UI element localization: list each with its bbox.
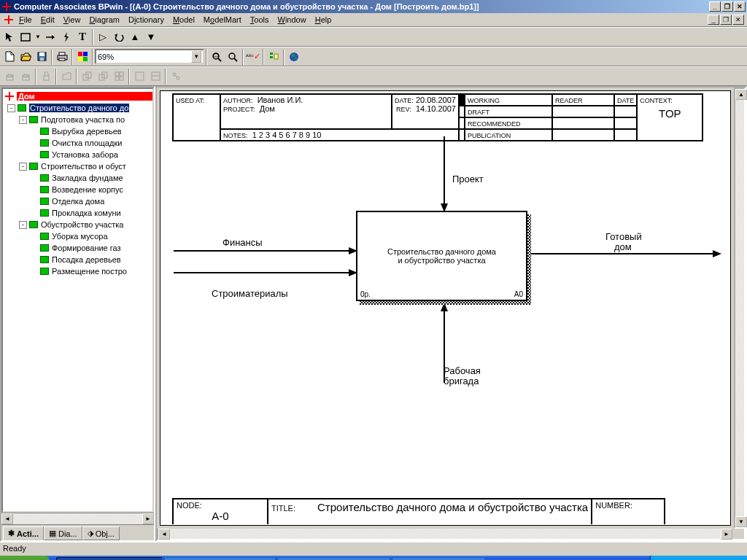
task-word2[interactable]: Wlr5 - Microsoft Word	[392, 557, 485, 560]
scroll-down-icon[interactable]: ▼	[735, 516, 747, 527]
activity-icon	[39, 150, 50, 159]
mdi-close-button[interactable]: ✕	[732, 15, 744, 25]
canvas-h-scrollbar[interactable]: ◄ ►	[157, 529, 746, 540]
text-tool[interactable]: T	[74, 29, 90, 45]
scroll-left-icon[interactable]: ◄	[1, 513, 13, 524]
canvas-v-scrollbar[interactable]: ▲ ▼	[734, 88, 746, 529]
colors-button[interactable]	[74, 49, 90, 65]
up-tool[interactable]: ▲	[127, 29, 143, 45]
zoom-input[interactable]	[98, 52, 191, 61]
tree-group[interactable]: -Обустройство участка	[3, 219, 152, 230]
diagram-canvas[interactable]: USED AT: AUTHOR: Иванов И.И. PROJECT: До…	[160, 90, 731, 526]
tree-toggle-button[interactable]	[266, 49, 282, 65]
activity-icon	[39, 244, 50, 252]
menu-diagram[interactable]: Diagram	[85, 14, 124, 26]
start-button[interactable]: Пуск	[0, 556, 50, 560]
svg-rect-37	[120, 77, 123, 80]
svg-rect-13	[83, 52, 88, 56]
svg-rect-21	[270, 52, 273, 55]
tree-item[interactable]: Возведение корпус	[3, 184, 152, 195]
tree-item[interactable]: Вырубка деревьев	[3, 125, 152, 137]
menu-dictionary[interactable]: Dictionary	[124, 14, 169, 26]
spellcheck-button[interactable]: ᴬᴮᶜ✓	[245, 49, 261, 65]
tab-activities[interactable]: ✱Acti...	[3, 526, 44, 540]
tree-item[interactable]: Размещение постро	[3, 265, 152, 277]
save-button[interactable]	[34, 49, 50, 65]
input-label-2: Строиматериалы	[212, 288, 288, 299]
undo-tool[interactable]	[111, 29, 127, 45]
tree-item[interactable]: Уборка мусора	[3, 230, 152, 242]
tree-item[interactable]: Закладка фундаме	[3, 172, 152, 184]
mdi-minimize-button[interactable]: _	[708, 15, 719, 25]
diagram-footer: NODE:A-0 TITLE:Строительство дачного дом…	[172, 498, 665, 524]
menu-window[interactable]: Window	[274, 14, 311, 26]
menu-model[interactable]: Model	[169, 14, 199, 26]
collapse-icon[interactable]: -	[19, 221, 27, 229]
open-button[interactable]	[18, 49, 34, 65]
menu-view[interactable]: View	[59, 14, 85, 26]
titlebar: Computer Associates BPwin - [(A-0) Строи…	[0, 0, 747, 13]
svg-rect-34	[115, 72, 119, 76]
task-explorer[interactable]: ▥{G:\CA\CA\Лабораторн...	[164, 557, 276, 560]
dropdown-icon[interactable]: ▼	[34, 29, 42, 45]
canvas-wrap: USED AT: AUTHOR: Иванов И.И. PROJECT: До…	[155, 86, 747, 542]
tree-item[interactable]: Посадка деревьев	[3, 254, 152, 265]
tree-root[interactable]: Дом	[3, 90, 152, 102]
activity-icon	[28, 162, 39, 171]
collapse-icon[interactable]: -	[19, 116, 27, 124]
model-tree[interactable]: Дом - Строительство дачного до -Подготов…	[1, 88, 154, 513]
tab-objects[interactable]: ⬗Obj...	[82, 526, 120, 540]
tree-group[interactable]: -Подготовка участка по	[3, 114, 152, 125]
collapse-icon[interactable]: -	[19, 163, 27, 171]
menu-edit[interactable]: Edit	[36, 14, 59, 26]
down-tool[interactable]: ▼	[143, 29, 159, 45]
mm-btn-10	[168, 69, 184, 85]
svg-rect-47	[9, 92, 10, 101]
box-tool[interactable]	[18, 29, 34, 45]
zoom-fit-button[interactable]	[209, 49, 225, 65]
maximize-button[interactable]: ❐	[721, 1, 733, 12]
zoom-dropdown-icon[interactable]: ▼	[191, 50, 201, 63]
activity-icon	[39, 267, 50, 276]
scroll-up-icon[interactable]: ▲	[735, 89, 747, 100]
activity-icon	[39, 127, 50, 136]
tree-item[interactable]: - Строительство дачного до	[3, 102, 152, 114]
scroll-left-icon[interactable]: ◄	[158, 529, 170, 540]
task-word1[interactable]: WРисунки - Microsoft Word	[277, 557, 390, 560]
tree-h-scrollbar[interactable]: ◄ ►	[1, 513, 154, 524]
nav-down-tool[interactable]: ▷	[95, 29, 111, 45]
pointer-tool[interactable]	[1, 29, 18, 45]
scroll-right-icon[interactable]: ►	[721, 529, 732, 540]
close-button[interactable]: ✕	[734, 1, 746, 12]
lightning-tool[interactable]	[58, 29, 74, 45]
task-bpwin[interactable]: Computer Associates ...	[56, 557, 163, 560]
tree-item[interactable]: Очистка площадки	[3, 137, 152, 149]
tree-group[interactable]: -Строительство и обуст	[3, 160, 152, 172]
arrow-tool[interactable]	[42, 29, 58, 45]
tree-item[interactable]: Формирование газ	[3, 242, 152, 254]
svg-line-43	[175, 75, 177, 77]
tree-item[interactable]: Прокладка комуни	[3, 207, 152, 219]
menu-tools[interactable]: Tools	[246, 14, 274, 26]
menu-file[interactable]: File	[15, 14, 36, 26]
globe-button[interactable]	[286, 49, 302, 65]
svg-point-24	[290, 52, 298, 61]
mdi-restore-button[interactable]: ❐	[720, 15, 732, 25]
svg-rect-15	[83, 57, 88, 61]
menu-modelmart[interactable]: ModelMart	[199, 14, 246, 26]
mm-btn-7	[111, 69, 127, 85]
new-button[interactable]	[1, 49, 18, 65]
tree-item[interactable]: Отделка дома	[3, 195, 152, 207]
activity-box[interactable]: Строительство дачного дома и обустройств…	[356, 211, 527, 301]
minimize-button[interactable]: _	[709, 1, 721, 12]
tab-diagrams[interactable]: ▦Dia...	[44, 526, 82, 540]
mechanism-label-1: Рабочая	[444, 365, 481, 376]
print-button[interactable]	[54, 49, 70, 65]
zoom-button[interactable]	[225, 49, 241, 65]
zoom-combo[interactable]: ▼	[95, 49, 204, 64]
collapse-icon[interactable]: -	[7, 104, 15, 112]
tree-item[interactable]: Установка забора	[3, 149, 152, 160]
svg-line-20	[234, 58, 237, 61]
scroll-right-icon[interactable]: ►	[142, 513, 154, 524]
menu-help[interactable]: Help	[311, 14, 336, 26]
